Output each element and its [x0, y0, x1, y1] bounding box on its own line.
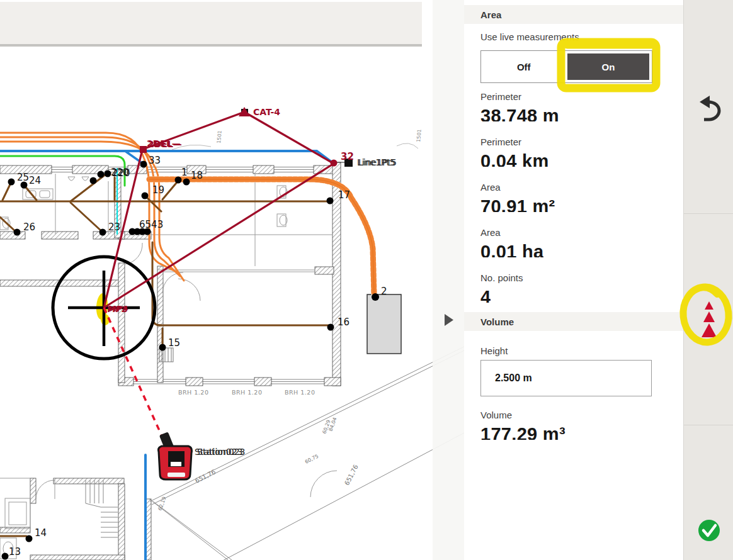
- area-ha-value: 0.01 ha: [480, 243, 543, 257]
- gray-structure: [367, 294, 401, 354]
- live-measurements-label: Use live measurements: [480, 31, 579, 42]
- svg-text:14: 14: [35, 527, 47, 539]
- svg-text:MP2: MP2: [107, 305, 127, 314]
- perimeter-km-value: 0.04 km: [480, 152, 549, 167]
- app-window: CAT-4 2DEL— 2DEL— 32 MP4 MP2 Line1Pt5 Li…: [0, 0, 733, 560]
- svg-text:23: 23: [108, 221, 120, 233]
- svg-text:13: 13: [9, 546, 21, 557]
- svg-text:2: 2: [381, 286, 387, 297]
- metric-label: Perimeter: [480, 137, 521, 147]
- pt32-label: 32: [341, 151, 354, 162]
- toggle-off-button[interactable]: Off: [481, 51, 567, 82]
- no-points-value: 4: [480, 288, 491, 303]
- metric-label: Perimeter: [480, 91, 521, 102]
- undo-button[interactable]: [684, 94, 733, 122]
- svg-text:Station023: Station023: [197, 447, 246, 457]
- svg-text:Line1Pt5: Line1Pt5: [358, 157, 397, 167]
- svg-text:1: 1: [181, 167, 188, 178]
- svg-text:BRH 1.20: BRH 1.20: [178, 389, 208, 396]
- sidebar-divider: [684, 425, 733, 425]
- action-sidebar: [683, 0, 733, 560]
- volume-section-header: Volume: [464, 312, 683, 331]
- map-top-bar: [0, 0, 422, 47]
- svg-text:1501: 1501: [416, 129, 423, 142]
- sidebar-divider: [684, 213, 733, 214]
- confirm-button[interactable]: [684, 518, 733, 542]
- svg-text:17: 17: [338, 189, 350, 201]
- area-m2-value: 70.91 m²: [480, 198, 555, 212]
- volume-section-title: Volume: [480, 316, 514, 327]
- area-section-title: Area: [480, 9, 501, 20]
- svg-text:1501: 1501: [216, 130, 223, 143]
- stakeout-button[interactable]: [684, 298, 733, 340]
- collapse-panel-arrow[interactable]: [443, 313, 455, 327]
- metric-label: No. points: [480, 272, 523, 283]
- area-section-header: Area: [464, 5, 683, 24]
- svg-text:15: 15: [168, 337, 180, 349]
- perimeter-m-value: 38.748 m: [480, 107, 559, 121]
- svg-text:18: 18: [191, 170, 203, 181]
- volume-label: Volume: [480, 410, 512, 420]
- stakeout-triangles-icon: [700, 298, 719, 340]
- metric-label: Area: [480, 182, 501, 193]
- svg-text:220: 220: [112, 167, 130, 179]
- height-label: Height: [480, 345, 508, 356]
- svg-text:19: 19: [152, 184, 164, 196]
- svg-text:33: 33: [149, 155, 161, 166]
- confirm-check-icon: [697, 518, 721, 542]
- svg-text:BRH 1.20: BRH 1.20: [232, 389, 262, 396]
- panel-gutter: [433, 0, 464, 560]
- svg-text:BRH 1.20: BRH 1.20: [285, 389, 315, 396]
- height-input[interactable]: [480, 360, 652, 396]
- floorplan-canvas[interactable]: CAT-4 2DEL— 2DEL— 32 MP4 MP2 Line1Pt5 Li…: [0, 0, 464, 560]
- volume-value: 177.29 m³: [480, 425, 565, 440]
- svg-text:26: 26: [23, 221, 35, 233]
- metric-label: Area: [480, 227, 501, 238]
- svg-text:16: 16: [338, 316, 349, 328]
- svg-text:2DEL—: 2DEL—: [148, 139, 182, 149]
- window-sill-labels: BRH 1.20 BRH 1.20 BRH 1.20: [178, 389, 315, 396]
- live-measurements-toggle: Off On: [480, 50, 652, 83]
- svg-text:24: 24: [29, 175, 41, 186]
- measurement-panel: Area Use live measurements Off On Perime…: [464, 0, 683, 560]
- toggle-on-button[interactable]: On: [567, 53, 649, 80]
- svg-text:6543: 6543: [139, 219, 163, 230]
- cat4-label: CAT-4: [253, 107, 280, 117]
- svg-text:25: 25: [17, 172, 29, 183]
- undo-icon: [695, 94, 723, 122]
